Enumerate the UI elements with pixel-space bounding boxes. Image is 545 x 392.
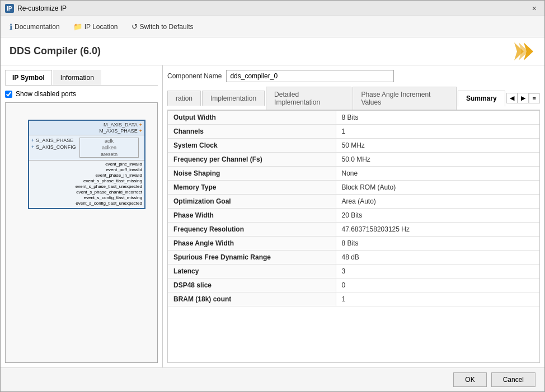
close-button[interactable]: ×: [529, 3, 540, 14]
svg-text:IP: IP: [7, 6, 12, 12]
tab-phase-angle[interactable]: Phase Angle Increment Values: [353, 87, 457, 110]
summary-tab-content: Output Width 8 Bits Channels 1 System Cl…: [167, 111, 540, 363]
footer: OK Cancel: [1, 367, 544, 391]
value-cell: 1: [336, 125, 539, 139]
tab-next-button[interactable]: ▶: [518, 93, 529, 103]
ip-symbol-area: M_AXIS_DATA + M_AXIS_PHASE +: [5, 102, 158, 363]
tab-implementation[interactable]: Implementation: [202, 91, 265, 106]
tab-menu-button[interactable]: ≡: [529, 93, 540, 103]
table-row: Channels 1: [168, 125, 539, 139]
signal-aresetn: aresetn: [101, 152, 118, 157]
xilinx-logo: [512, 41, 535, 62]
value-cell: None: [336, 167, 539, 181]
main-window: IP Re-customize IP × ℹ Documentation 📁 I…: [0, 0, 545, 392]
right-panel: Component Name ration Implementation Det…: [163, 65, 544, 367]
table-row: Optimization Goal Area (Auto): [168, 195, 539, 209]
left-tabs: IP Symbol Information: [5, 70, 158, 86]
app-header: DDS Compiler (6.0): [1, 37, 544, 65]
port-s-axis-phase: + S_AXIS_PHASE: [31, 138, 76, 143]
show-disabled-ports-label: Show disabled ports: [16, 90, 76, 98]
toolbar: ℹ Documentation 📁 IP Location ↺ Switch t…: [1, 16, 544, 37]
port-m-axis-data: M_AXIS_DATA +: [104, 122, 142, 127]
port-out-arrow-2: +: [139, 128, 142, 134]
value-cell: 0: [336, 278, 539, 292]
event-s-config-tlast-unexpected: event_s_config_tlast_unexpected: [76, 201, 142, 206]
cancel-button[interactable]: Cancel: [491, 372, 535, 387]
tab-configuration[interactable]: ration: [167, 91, 201, 106]
value-cell: 1: [336, 292, 539, 306]
tab-summary[interactable]: Summary: [458, 91, 505, 107]
info-icon: ℹ: [10, 22, 12, 31]
ip-block: M_AXIS_DATA + M_AXIS_PHASE +: [28, 120, 145, 209]
signal-aclken: aclken: [102, 145, 116, 150]
show-disabled-ports-input[interactable]: [5, 91, 12, 98]
property-cell: Optimization Goal: [168, 195, 336, 209]
table-row: BRAM (18k) count 1: [168, 292, 539, 306]
value-cell: 8 Bits: [336, 237, 539, 251]
show-disabled-ports-checkbox[interactable]: Show disabled ports: [5, 90, 158, 98]
switch-defaults-label: Switch to Defaults: [140, 23, 194, 31]
property-cell: Spurious Free Dynamic Range: [168, 251, 336, 265]
event-phase-in-invalid: event_phase_in_invalid: [95, 173, 142, 178]
event-s-phase-tlast-unexpected: event_s_phase_tlast_unexpected: [76, 184, 142, 189]
property-cell: DSP48 slice: [168, 278, 336, 292]
property-cell: Phase Angle Width: [168, 237, 336, 251]
window-icon: IP: [5, 4, 14, 13]
tab-nav: ◀ ▶ ≡: [506, 93, 540, 103]
table-row: Noise Shaping None: [168, 167, 539, 181]
property-cell: Frequency Resolution: [168, 223, 336, 237]
property-cell: Noise Shaping: [168, 167, 336, 181]
event-s-config-tlast-missing: event_s_config_tlast_missing: [83, 195, 142, 200]
table-row: DSP48 slice 0: [168, 278, 539, 292]
component-name-input[interactable]: [226, 70, 394, 82]
tab-information[interactable]: Information: [53, 70, 101, 85]
ip-location-button[interactable]: 📁 IP Location: [71, 21, 120, 32]
table-row: Spurious Free Dynamic Range 48 dB: [168, 251, 539, 265]
property-cell: Memory Type: [168, 181, 336, 195]
ip-location-label: IP Location: [84, 23, 118, 31]
ok-button[interactable]: OK: [453, 372, 486, 387]
value-cell: 3: [336, 265, 539, 278]
switch-defaults-button[interactable]: ↺ Switch to Defaults: [129, 21, 196, 32]
property-cell: Channels: [168, 125, 336, 139]
component-name-row: Component Name: [167, 70, 540, 82]
value-cell: 50 MHz: [336, 139, 539, 153]
value-cell: 47.6837158203125 Hz: [336, 223, 539, 237]
table-row: Memory Type Block ROM (Auto): [168, 181, 539, 195]
main-content: IP Symbol Information Show disabled port…: [1, 65, 544, 367]
tab-detailed-implementation[interactable]: Detailed Implementation: [266, 87, 351, 110]
property-cell: Phase Width: [168, 209, 336, 223]
value-cell: Block ROM (Auto): [336, 181, 539, 195]
port-m-axis-phase: M_AXIS_PHASE +: [99, 128, 142, 134]
port-out-arrow: +: [139, 122, 142, 127]
value-cell: 20 Bits: [336, 209, 539, 223]
property-cell: Output Width: [168, 111, 336, 125]
summary-table: Output Width 8 Bits Channels 1 System Cl…: [168, 111, 539, 306]
signal-aclk: aclk: [105, 138, 114, 144]
window-title: Re-customize IP: [17, 4, 67, 12]
refresh-icon: ↺: [131, 22, 138, 31]
port-in-arrow: +: [31, 138, 34, 143]
table-row: Frequency per Channel (Fs) 50.0 MHz: [168, 153, 539, 167]
table-row: Output Width 8 Bits: [168, 111, 539, 125]
title-bar: IP Re-customize IP ×: [1, 1, 544, 16]
component-name-label: Component Name: [167, 72, 222, 80]
event-poff-invalid: event_poff_invalid: [106, 167, 142, 172]
documentation-button[interactable]: ℹ Documentation: [7, 21, 62, 32]
property-cell: System Clock: [168, 139, 336, 153]
tab-ip-symbol[interactable]: IP Symbol: [5, 70, 52, 85]
table-row: Phase Width 20 Bits: [168, 209, 539, 223]
port-in-arrow-2: +: [31, 144, 34, 150]
title-bar-left: IP Re-customize IP: [5, 4, 67, 13]
property-cell: Frequency per Channel (Fs): [168, 153, 336, 167]
event-s-phase-tlast-missing: event_s_phase_tlast_missing: [83, 178, 142, 183]
table-row: Phase Angle Width 8 Bits: [168, 237, 539, 251]
property-cell: Latency: [168, 265, 336, 278]
tab-prev-button[interactable]: ◀: [506, 93, 518, 103]
table-row: System Clock 50 MHz: [168, 139, 539, 153]
tabs-bar: ration Implementation Detailed Implement…: [167, 87, 540, 111]
table-row: Latency 3: [168, 265, 539, 278]
documentation-label: Documentation: [15, 23, 60, 31]
port-s-axis-config: + S_AXIS_CONFIG: [31, 144, 76, 150]
value-cell: 50.0 MHz: [336, 153, 539, 167]
